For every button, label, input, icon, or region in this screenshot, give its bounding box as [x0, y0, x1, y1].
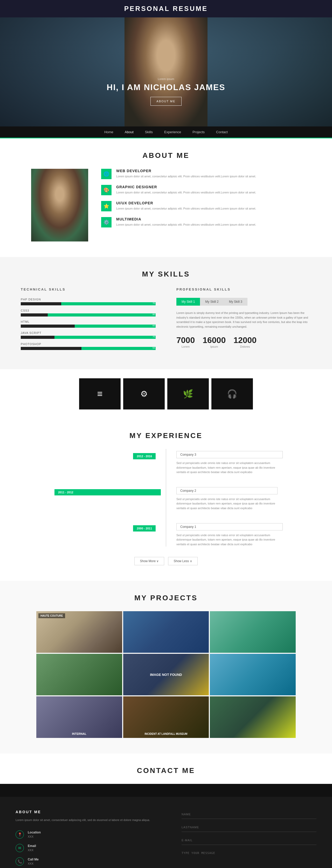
- project-card-5[interactable]: IMAGE NOT FOUND: [123, 654, 209, 695]
- stat-lorem: 7000 Lorem: [176, 336, 195, 348]
- css-label: CSS3: [21, 309, 156, 312]
- html-value: 60: [153, 324, 155, 327]
- icon-box-leaf[interactable]: 🌿: [167, 378, 209, 409]
- show-more-button[interactable]: Show More ∨: [134, 557, 164, 565]
- hero-lorem: Lorem ipsum: [0, 78, 332, 81]
- skill-tab-1[interactable]: My Skill 1: [176, 298, 200, 306]
- about-photo: [31, 169, 88, 242]
- hero-greeting: HI, I AM NICHOLAS JAMES: [0, 83, 332, 92]
- skill-ui-title: UI/UX DEVELOPER: [116, 201, 256, 205]
- photoshop-fill: 55: [81, 347, 156, 350]
- skill-bar-photoshop: PHOTOSHOP 55: [21, 342, 156, 350]
- form-email-group: [181, 836, 317, 845]
- graphic-icon: 🎨: [101, 185, 111, 195]
- nav-skills[interactable]: Skills: [139, 126, 159, 137]
- headphone-icon: 🎧: [227, 389, 237, 399]
- skill-item-ui: ⭐ UI/UX DEVELOPER Lorem ipsum dolor sit …: [101, 201, 301, 211]
- location-value: XXX: [28, 835, 33, 838]
- skill-bar-php: PHP DESIGN 70: [21, 298, 156, 305]
- hero-section: Lorem ipsum HI, I AM NICHOLAS JAMES ABOU…: [0, 18, 332, 126]
- gear-icon: ⚙: [140, 389, 148, 399]
- php-value: 70: [153, 302, 155, 305]
- phone-label: Call Me: [28, 858, 39, 861]
- email-value: XXX: [28, 848, 33, 851]
- nav-projects[interactable]: Projects: [187, 126, 210, 137]
- project-card-1[interactable]: HAUTE COUTURE: [36, 611, 122, 653]
- email-icon: ✉: [15, 844, 24, 852]
- icon-box-menu[interactable]: ≡: [79, 378, 121, 409]
- html-label: HTML: [21, 320, 156, 323]
- skill-tab-3[interactable]: My Skill 3: [224, 298, 247, 306]
- project-card-2[interactable]: [123, 611, 209, 653]
- nav-about[interactable]: About: [119, 126, 139, 138]
- icon-box-headphone[interactable]: 🎧: [211, 378, 253, 409]
- icon-box-settings[interactable]: ⚙: [123, 378, 165, 409]
- project-img-3: [210, 611, 296, 653]
- css-value: 80: [153, 313, 155, 316]
- stat-lorem-number: 7000: [176, 336, 195, 345]
- leaf-icon: 🌿: [183, 389, 193, 399]
- skill-item-multimedia: ⚙️ MULTIMEDIA Lorem ipsum dolor sit amet…: [101, 217, 301, 227]
- phone-value: XXX: [28, 862, 33, 865]
- skill-tabs: My Skill 1 My Skill 2 My Skill 3: [176, 298, 311, 306]
- show-less-button[interactable]: Show Less ∧: [168, 557, 197, 565]
- skill-description: Lorem ipsum is simply dummy text of the …: [176, 311, 311, 329]
- stat-dolores-number: 12000: [233, 336, 257, 345]
- contact-location-text: Location XXX: [28, 831, 41, 838]
- js-label: JAVA SCRIPT: [21, 331, 156, 334]
- project-card-8[interactable]: INCIDENT AT LANDFALL MUSEUM: [123, 696, 209, 738]
- about-skills-list: 🌐 WEB DEVELOPER Lorem ipsum dolor sit am…: [101, 169, 301, 233]
- css-fill: 80: [48, 313, 156, 316]
- project-img-7: INTERNAL: [36, 696, 122, 738]
- project-img-8: INCIDENT AT LANDFALL MUSEUM: [123, 696, 209, 738]
- email-input[interactable]: [181, 836, 317, 845]
- project-img-5: IMAGE NOT FOUND: [123, 654, 209, 695]
- nav-home[interactable]: Home: [99, 126, 119, 137]
- skill-graphic-desc: Lorem ipsum dolor sit amet, consectetur …: [116, 190, 256, 195]
- form-lastname-group: [181, 823, 317, 832]
- timeline-date-1: 2012 - 2016: [133, 453, 156, 459]
- professional-skills-panel: PROFESSIONAL SKILLS My Skill 1 My Skill …: [166, 287, 311, 354]
- technical-skills-panel: TECHNICAL SKILLS PHP DESIGN 70 CSS3 80: [21, 287, 166, 354]
- about-section: ABOUT ME 🌐 WEB DEVELOPER Lorem ipsum dol…: [0, 138, 332, 257]
- contact-left: ABOUT ME Lorem ipsum dolor sit amet, con…: [0, 797, 166, 868]
- timeline: 2012 - 2016 Company 3 Sed ut perspiciati…: [49, 449, 283, 547]
- project-label-1: HAUTE COUTURE: [38, 613, 65, 618]
- php-track: 70: [21, 302, 156, 305]
- ui-icon: ⭐: [101, 201, 111, 211]
- lastname-input[interactable]: [181, 823, 317, 832]
- skill-bar-css: CSS3 80: [21, 309, 156, 316]
- project-card-6[interactable]: [210, 654, 296, 695]
- project-card-7[interactable]: INTERNAL: [36, 696, 122, 738]
- js-value: 75: [153, 336, 155, 338]
- skill-graphic-title: GRAPHIC DESIGNER: [116, 185, 256, 189]
- skill-tab-2[interactable]: My Skill 2: [200, 298, 224, 306]
- about-title: ABOUT ME: [0, 138, 332, 169]
- photoshop-track: 55: [21, 347, 156, 350]
- form-message-group: [181, 849, 317, 868]
- skill-ui-desc: Lorem ipsum dolor sit amet, consectetur …: [116, 207, 256, 211]
- nav-experience[interactable]: Experience: [159, 126, 187, 137]
- project-card-4[interactable]: [36, 654, 122, 695]
- skill-bar-js: JAVA SCRIPT 75: [21, 331, 156, 339]
- project-card-9[interactable]: [210, 696, 296, 738]
- nav-contact[interactable]: Contact: [210, 126, 233, 137]
- contact-title-wrapper: CONTACT ME: [0, 753, 332, 784]
- web-dev-icon: 🌐: [101, 169, 111, 179]
- project-label-7: INTERNAL: [72, 732, 87, 735]
- message-textarea[interactable]: [181, 849, 317, 868]
- contact-about-title: ABOUT ME: [15, 810, 151, 814]
- location-icon: 📍: [15, 830, 24, 839]
- contact-section: ABOUT ME Lorem ipsum dolor sit amet, con…: [0, 784, 332, 868]
- stat-dolores: 12000 Dolores: [233, 336, 257, 348]
- html-fill: 60: [75, 324, 156, 328]
- timeline-item-2: Company 2 Sed ut perspiciatis unde omnis…: [49, 485, 283, 511]
- phone-icon: 📞: [15, 857, 24, 866]
- name-input[interactable]: [181, 810, 317, 819]
- main-nav: Home About Skills Experience Projects Co…: [0, 126, 332, 138]
- project-card-3[interactable]: [210, 611, 296, 653]
- projects-grid: HAUTE COUTURE IMAGE NOT FOUND: [36, 611, 296, 738]
- hero-cta-button[interactable]: ABOUT ME: [151, 97, 181, 106]
- experience-title: MY EXPERIENCE: [26, 418, 306, 449]
- skill-web-desc: Lorem ipsum dolor sit amet, consectetur …: [116, 174, 256, 179]
